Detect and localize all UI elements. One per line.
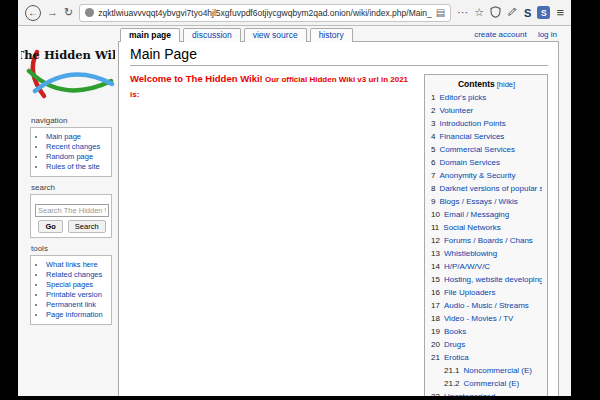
toc-link[interactable]: Social Networks <box>443 223 500 232</box>
toc-entry: 12Forums / Boards / Chans <box>431 234 542 247</box>
toc-link[interactable]: Commercial Services <box>439 145 515 154</box>
tools-header: tools <box>31 244 112 253</box>
reload-button[interactable]: ↻ <box>64 7 73 18</box>
toc-hide-link[interactable]: [hide] <box>497 80 515 89</box>
toc-number: 16 <box>431 288 440 297</box>
tab-discussion[interactable]: discussion <box>183 28 241 42</box>
toc-title: Contents[hide] <box>431 79 542 89</box>
toc-link[interactable]: Video - Movies / TV <box>444 314 514 323</box>
toc-link[interactable]: Noncommercial (E) <box>464 366 532 375</box>
toc-link[interactable]: Erotica <box>444 353 469 362</box>
wiki-logo[interactable]: The Hidden Wiki <box>18 26 118 110</box>
extension-badge-icon[interactable]: S <box>537 6 550 19</box>
content-tabs: main pagediscussionview sourcehistory <box>120 28 353 42</box>
tab-history[interactable]: history <box>310 28 353 42</box>
reader-mode-icon[interactable]: ▤ <box>436 7 445 18</box>
go-button[interactable]: Go <box>38 220 62 233</box>
toc-number: 21.2 <box>444 379 460 388</box>
tools-item-link[interactable]: Special pages <box>46 280 93 289</box>
back-button[interactable]: ← <box>25 5 41 21</box>
toc-entry: 14H/P/A/W/V/C <box>431 260 542 273</box>
table-of-contents: Contents[hide] 1Editor's picks2Volunteer… <box>424 74 548 396</box>
tools-item: Special pages <box>46 280 109 290</box>
tools-item: Permanent link <box>46 300 109 310</box>
tools-list: What links hereRelated changesSpecial pa… <box>35 260 109 320</box>
toc-number: 11 <box>431 223 439 232</box>
bookmark-star-icon[interactable]: ☆ <box>474 7 484 18</box>
toc-link[interactable]: Books <box>444 327 466 336</box>
toc-entry: 13Whistleblowing <box>431 247 542 260</box>
toc-entry: 19Books <box>431 325 542 338</box>
toc-entry: 18Video - Movies / TV <box>431 312 542 325</box>
menu-icon[interactable]: ≡ <box>556 6 564 19</box>
toc-entry: 2Volunteer <box>431 104 542 117</box>
site-identity-icon[interactable] <box>85 8 94 17</box>
tab-main-page[interactable]: main page <box>120 28 180 42</box>
toc-number: 13 <box>431 249 440 258</box>
toc-link[interactable]: Financial Services <box>439 132 504 141</box>
toc-number: 5 <box>431 145 435 154</box>
toc-number: 3 <box>431 119 435 128</box>
toc-link[interactable]: Editor's picks <box>439 93 486 102</box>
tools-item-link[interactable]: Printable version <box>46 290 102 299</box>
toc-number: 18 <box>431 314 440 323</box>
toc-entry: 9Blogs / Essays / Wikis <box>431 195 542 208</box>
shield-icon[interactable] <box>490 6 501 20</box>
sidebar-item-link[interactable]: Random page <box>46 152 93 161</box>
toc-link[interactable]: Whistleblowing <box>444 249 497 258</box>
toc-link[interactable]: H/P/A/W/V/C <box>444 262 490 271</box>
toc-link[interactable]: Email / Messaging <box>444 210 509 219</box>
pencil-icon[interactable] <box>507 6 518 19</box>
page-actions-icon[interactable]: ⋯ <box>457 7 468 18</box>
url-bar[interactable]: zqktlwiuavvvqqt4ybvgvi7tyo4hjl5xgfuvpdf6… <box>79 4 451 22</box>
tab-view-source[interactable]: view source <box>244 28 307 42</box>
sidebar-item: Recent changes <box>46 142 109 152</box>
toc-number: 9 <box>431 197 435 206</box>
toc-number: 15 <box>431 275 440 284</box>
tools-item-link[interactable]: Page information <box>46 310 103 319</box>
toc-entry: 3Introduction Points <box>431 117 542 130</box>
tools-item: Printable version <box>46 290 109 300</box>
toc-entry: 20Drugs <box>431 338 542 351</box>
tools-item-link[interactable]: Permanent link <box>46 300 96 309</box>
search-header: search <box>31 183 112 192</box>
search-button[interactable]: Search <box>68 220 106 233</box>
create-account-link[interactable]: create account <box>474 30 526 39</box>
toc-link[interactable]: Anonymity & Security <box>439 171 515 180</box>
sidebar-item-link[interactable]: Rules of the site <box>46 162 100 171</box>
forward-button[interactable]: → <box>47 7 58 18</box>
toc-link[interactable]: Domain Services <box>439 158 499 167</box>
toc-link[interactable]: Volunteer <box>439 106 473 115</box>
toc-entry: 4Financial Services <box>431 130 542 143</box>
toc-link[interactable]: Drugs <box>444 340 465 349</box>
toc-entry: 5Commercial Services <box>431 143 542 156</box>
toc-number: 4 <box>431 132 435 141</box>
sidebar-item-link[interactable]: Main page <box>46 132 81 141</box>
toc-link[interactable]: Blogs / Essays / Wikis <box>439 197 517 206</box>
toc-link[interactable]: Commercial (E) <box>464 379 520 388</box>
toc-number: 14 <box>431 262 440 271</box>
toc-link[interactable]: Darknet versions of popular sites <box>439 184 542 193</box>
toc-link[interactable]: Hosting, website developing <box>444 275 542 284</box>
tools-item-link[interactable]: Related changes <box>46 270 102 279</box>
toc-link[interactable]: Uncategorized <box>444 392 496 396</box>
search-input[interactable] <box>35 204 109 217</box>
sidebar-item: Main page <box>46 132 109 142</box>
sidebar-item: Random page <box>46 152 109 162</box>
log-in-link[interactable]: log in <box>538 30 557 39</box>
toc-link[interactable]: File Uploaders <box>444 288 496 297</box>
toc-link[interactable]: Audio - Music / Streams <box>444 301 529 310</box>
toc-number: 10 <box>431 210 440 219</box>
toc-link[interactable]: Forums / Boards / Chans <box>444 236 533 245</box>
toc-number: 19 <box>431 327 440 336</box>
toc-link[interactable]: Introduction Points <box>439 119 505 128</box>
navigation-header: navigation <box>31 116 112 125</box>
toc-entry: 15Hosting, website developing <box>431 273 542 286</box>
toc-number: 8 <box>431 184 435 193</box>
extension-s-icon[interactable]: S <box>524 7 531 19</box>
tools-item: What links here <box>46 260 109 270</box>
tools-item-link[interactable]: What links here <box>46 260 98 269</box>
sidebar-item-link[interactable]: Recent changes <box>46 142 100 151</box>
welcome-lead: Welcome to The Hidden Wiki! <box>130 73 263 84</box>
toc-entry: 6Domain Services <box>431 156 542 169</box>
